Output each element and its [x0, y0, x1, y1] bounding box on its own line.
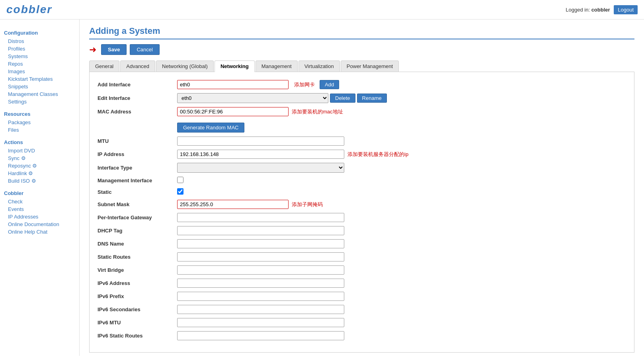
interface-type-select[interactable]	[177, 163, 344, 173]
mtu-control	[177, 137, 626, 146]
mac-address-input[interactable]	[177, 107, 289, 116]
main-content: Adding a System ➜ Save Cancel General Ad…	[80, 20, 644, 356]
add-interface-annotation: 添加网卡	[294, 81, 315, 88]
static-routes-input[interactable]	[177, 252, 344, 261]
sidebar-item-check[interactable]: Check	[4, 198, 75, 205]
sidebar-item-sync[interactable]: Sync ⚙	[4, 154, 75, 162]
subnet-mask-label: Subnet Mask	[98, 201, 177, 207]
sidebar-item-management-classes[interactable]: Management Classes	[4, 90, 75, 98]
dns-name-row: DNS Name	[98, 239, 626, 248]
edit-interface-select[interactable]: eth0	[177, 93, 328, 103]
ipv6-prefix-control	[177, 292, 626, 301]
username: cobbler	[591, 7, 610, 13]
per-interface-gateway-control	[177, 213, 626, 222]
tab-advanced[interactable]: Advanced	[120, 60, 155, 72]
sidebar-item-images[interactable]: Images	[4, 68, 75, 75]
dhcp-tag-row: DHCP Tag	[98, 226, 626, 235]
ipv6-mtu-input[interactable]	[177, 318, 344, 327]
add-interface-button[interactable]: Add	[320, 80, 339, 89]
per-interface-gateway-row: Per-Interface Gateway	[98, 213, 626, 222]
sidebar-item-snippets[interactable]: Snippets	[4, 83, 75, 90]
dns-name-control	[177, 239, 626, 248]
tab-networking-global[interactable]: Networking (Global)	[156, 60, 214, 72]
ipv6-address-input[interactable]	[177, 279, 344, 288]
sidebar-item-packages[interactable]: Packages	[4, 119, 75, 126]
ipv6-secondaries-input[interactable]	[177, 305, 344, 314]
sidebar-item-events[interactable]: Events	[4, 205, 75, 213]
mtu-label: MTU	[98, 138, 177, 144]
ipv6-static-routes-input[interactable]	[177, 331, 344, 340]
dhcp-tag-input[interactable]	[177, 226, 344, 235]
sidebar-item-reposync[interactable]: Reposync ⚙	[4, 162, 75, 170]
mac-address-row: MAC Address 添加要装机的mac地址	[98, 107, 626, 116]
per-interface-gateway-input[interactable]	[177, 213, 344, 222]
ip-address-input[interactable]	[177, 150, 344, 159]
sidebar-item-online-help-chat[interactable]: Online Help Chat	[4, 228, 75, 236]
mac-address-control: 添加要装机的mac地址	[177, 107, 626, 116]
tab-networking[interactable]: Networking	[215, 60, 255, 72]
management-interface-checkbox[interactable]	[177, 177, 183, 183]
login-section: Logged in: cobbler Logout	[566, 5, 638, 14]
virt-bridge-input[interactable]	[177, 265, 344, 275]
ipv6-address-label: IPv6 Address	[98, 280, 177, 286]
delete-interface-button[interactable]: Delete	[330, 94, 355, 103]
sidebar-item-distros[interactable]: Distros	[4, 37, 75, 45]
mac-address-label: MAC Address	[98, 109, 177, 115]
save-button[interactable]: Save	[101, 44, 127, 55]
tab-power-management[interactable]: Power Management	[341, 60, 399, 72]
static-control	[177, 188, 626, 196]
sidebar-item-files[interactable]: Files	[4, 126, 75, 134]
tab-general[interactable]: General	[89, 60, 119, 72]
mtu-input[interactable]	[177, 137, 344, 146]
static-checkbox[interactable]	[177, 188, 183, 195]
subnet-mask-annotation: 添加子网掩码	[292, 201, 323, 208]
sidebar-item-build-iso[interactable]: Build ISO ⚙	[4, 177, 75, 185]
sidebar-item-profiles[interactable]: Profiles	[4, 45, 75, 53]
virt-bridge-row: Virt Bridge	[98, 265, 626, 275]
management-interface-label: Management Interface	[98, 178, 177, 183]
ipv6-prefix-input[interactable]	[177, 292, 344, 301]
sidebar-item-ip-addresses[interactable]: IP Addresses	[4, 213, 75, 220]
add-interface-input[interactable]	[177, 80, 289, 89]
logged-in-label: Logged in:	[566, 7, 590, 13]
subnet-mask-control: 添加子网掩码	[177, 200, 626, 209]
ipv6-prefix-row: IPv6 Prefix	[98, 292, 626, 301]
tab-management[interactable]: Management	[256, 60, 298, 72]
cancel-button[interactable]: Cancel	[130, 44, 159, 55]
ipv6-mtu-control	[177, 318, 626, 327]
sidebar-item-kickstart-templates[interactable]: Kickstart Templates	[4, 75, 75, 83]
sidebar-item-settings[interactable]: Settings	[4, 98, 75, 105]
tab-virtualization[interactable]: Virtualization	[299, 60, 340, 72]
add-interface-row: Add Interface 添加网卡 Add	[98, 80, 626, 89]
header: cobbler Logged in: cobbler Logout	[0, 0, 644, 20]
mac-address-annotation: 添加要装机的mac地址	[292, 108, 343, 115]
sidebar-item-repos[interactable]: Repos	[4, 60, 75, 68]
virt-bridge-control	[177, 265, 626, 275]
dns-name-input[interactable]	[177, 239, 344, 248]
ipv6-secondaries-control	[177, 305, 626, 314]
action-buttons: ➜ Save Cancel	[89, 44, 634, 55]
dhcp-tag-label: DHCP Tag	[98, 228, 177, 234]
sidebar-item-hardlink[interactable]: Hardlink ⚙	[4, 170, 75, 177]
subnet-mask-input[interactable]	[177, 200, 289, 209]
static-routes-row: Static Routes	[98, 252, 626, 261]
genmac-row: Generate Random MAC	[98, 120, 626, 133]
logout-button[interactable]: Logout	[614, 5, 638, 14]
management-interface-control	[177, 177, 626, 184]
actions-section-title: Actions	[4, 139, 75, 145]
sidebar-item-systems[interactable]: Systems	[4, 53, 75, 60]
sidebar-item-import-dvd[interactable]: Import DVD	[4, 147, 75, 154]
tab-content-networking: Add Interface 添加网卡 Add Edit Interface et…	[89, 72, 634, 353]
interface-type-control	[177, 163, 626, 173]
edit-interface-label: Edit Interface	[98, 95, 177, 101]
per-interface-gateway-label: Per-Interface Gateway	[98, 215, 177, 220]
sidebar-item-online-documentation[interactable]: Online Documentation	[4, 220, 75, 228]
page-title: Adding a System	[89, 26, 634, 39]
rename-interface-button[interactable]: Rename	[357, 94, 387, 103]
management-interface-row: Management Interface	[98, 177, 626, 184]
genmac-button[interactable]: Generate Random MAC	[177, 123, 244, 133]
configuration-section-title: Configuration	[4, 30, 75, 36]
ipv6-secondaries-label: IPv6 Secondaries	[98, 306, 177, 312]
tabs-bar: General Advanced Networking (Global) Net…	[89, 60, 634, 72]
add-interface-control: 添加网卡 Add	[177, 80, 626, 89]
